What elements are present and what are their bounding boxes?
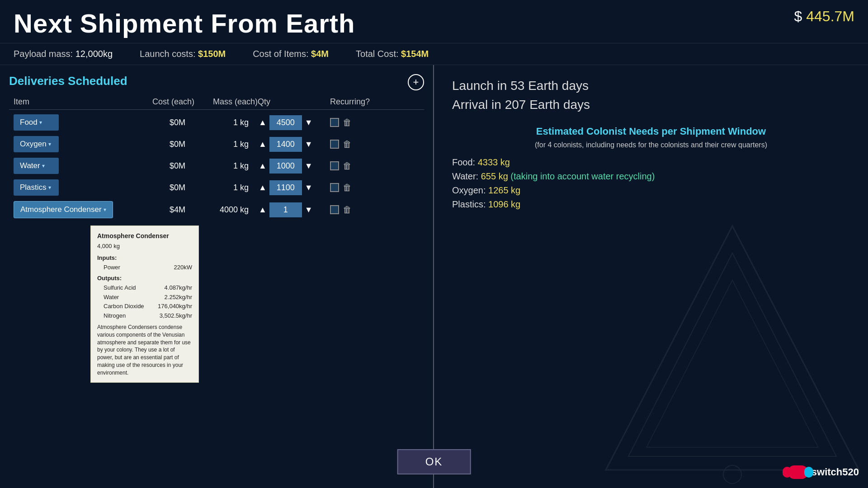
plastics-need-value: 1096 kg	[488, 199, 520, 209]
colonist-needs-section: Estimated Colonist Needs per Shipment Wi…	[452, 126, 850, 210]
dropdown-arrow-icon: ▾	[104, 206, 106, 213]
food-delete-button[interactable]: 🗑	[343, 117, 352, 128]
table-row: Oxygen ▾ $0M 1 kg 🗑	[9, 134, 424, 154]
plastics-recurring-cell: 🗑	[330, 183, 384, 193]
total-cost-value: $154M	[401, 49, 429, 59]
plastics-qty-down[interactable]	[304, 182, 314, 193]
svg-point-3	[723, 465, 741, 483]
launch-cost-value: $150M	[198, 49, 226, 59]
launch-cost-label: Launch costs:	[140, 49, 195, 59]
col-qty: Qty	[258, 97, 330, 107]
plastics-recurring-checkbox[interactable]	[330, 183, 339, 192]
tooltip-output-3: Nitrogen 3,502.5kg/hr	[97, 311, 192, 320]
main-title: Next Shipment From Earth	[14, 8, 355, 38]
table-row: Plastics ▾ $0M 1 kg 🗑	[9, 178, 424, 197]
oxygen-label: Oxygen	[20, 140, 47, 149]
deliveries-header: Deliveries Scheduled	[9, 74, 424, 88]
svg-marker-1	[628, 253, 836, 456]
plastics-qty-up[interactable]	[258, 182, 268, 193]
condenser-delete-button[interactable]: 🗑	[343, 205, 352, 215]
item-cell: Water ▾	[14, 158, 140, 174]
tooltip-title: Atmosphere Condenser	[97, 231, 192, 241]
water-delete-button[interactable]: 🗑	[343, 161, 352, 171]
condenser-qty-down[interactable]	[304, 204, 314, 216]
dropdown-arrow-icon: ▾	[48, 184, 51, 191]
food-recurring-checkbox[interactable]	[330, 118, 339, 127]
food-mass: 1 kg	[194, 118, 258, 127]
tooltip-power-value: 220kW	[174, 263, 192, 272]
tooltip-output-1-label: Water	[97, 293, 119, 302]
items-cost-value: $4M	[311, 49, 329, 59]
condenser-recurring-checkbox[interactable]	[330, 205, 339, 214]
oxygen-recurring-checkbox[interactable]	[330, 140, 339, 149]
item-cell: Food ▾	[14, 114, 140, 131]
water-mass: 1 kg	[194, 161, 258, 171]
tooltip-power-row: Power 220kW	[97, 263, 192, 272]
food-need-row: Food: 4333 kg	[452, 157, 850, 168]
total-cost-stat: Total Cost: $154M	[356, 49, 429, 59]
plastics-button[interactable]: Plastics ▾	[14, 179, 59, 196]
table-header: Item Cost (each) Mass (each) Qty Recurri…	[9, 94, 424, 110]
tooltip-output-3-value: 3,502.5kg/hr	[160, 311, 192, 320]
plastics-label: Plastics	[20, 183, 47, 192]
oxygen-delete-button[interactable]: 🗑	[343, 139, 352, 150]
items-cost-label: Cost of Items:	[253, 49, 308, 59]
oxygen-need-label: Oxygen:	[452, 185, 486, 195]
stats-bar: Payload mass: 12,000kg Launch costs: $15…	[0, 43, 868, 65]
atmosphere-condenser-tooltip: Atmosphere Condenser 4,000 kg Inputs: Po…	[90, 225, 199, 383]
oxygen-qty-down[interactable]	[304, 139, 314, 150]
tooltip-inputs-label: Inputs:	[97, 253, 192, 263]
dropdown-arrow-icon: ▾	[48, 141, 51, 147]
plastics-delete-button[interactable]: 🗑	[343, 183, 352, 193]
food-label: Food	[20, 118, 38, 127]
water-qty-input[interactable]	[269, 159, 302, 174]
item-cell: Atmosphere Condenser ▾	[14, 201, 140, 218]
oxygen-button[interactable]: Oxygen ▾	[14, 136, 59, 152]
water-need-row: Water: 655 kg (taking into account water…	[452, 171, 850, 182]
atmosphere-condenser-button[interactable]: Atmosphere Condenser ▾	[14, 201, 113, 218]
atmosphere-condenser-label: Atmosphere Condenser	[20, 205, 102, 214]
condenser-mass: 4000 kg	[194, 205, 258, 215]
col-mass: Mass (each)	[194, 97, 258, 107]
condenser-qty-up[interactable]	[258, 204, 268, 216]
plastics-qty-input[interactable]	[269, 180, 302, 195]
oxygen-qty-up[interactable]	[258, 139, 268, 150]
tooltip-output-2: Carbon Dioxide 176,040kg/hr	[97, 302, 192, 311]
add-item-button[interactable]: +	[408, 74, 424, 90]
items-cost-stat: Cost of Items: $4M	[253, 49, 329, 59]
colonist-needs-sub: (for 4 colonists, including needs for th…	[452, 141, 850, 149]
table-row: Food ▾ $0M 1 kg 🗑	[9, 113, 424, 132]
ok-button[interactable]: OK	[397, 449, 471, 474]
item-cell: Plastics ▾	[14, 179, 140, 196]
tooltip-output-0-label: Sulfuric Acid	[97, 283, 136, 292]
col-cost: Cost (each)	[140, 97, 194, 107]
dropdown-arrow-icon: ▾	[42, 163, 45, 169]
plastics-qty-controls	[258, 180, 330, 195]
tooltip-output-1-value: 2.252kg/hr	[165, 293, 192, 302]
table-row: Atmosphere Condenser ▾ $4M 4000 kg 🗑	[9, 199, 424, 220]
oxygen-qty-controls	[258, 137, 330, 152]
water-qty-up[interactable]	[258, 160, 268, 172]
food-qty-down[interactable]	[304, 117, 314, 128]
colonist-needs-title: Estimated Colonist Needs per Shipment Wi…	[452, 126, 850, 137]
tooltip-output-0: Sulfuric Acid 4.087kg/hr	[97, 283, 192, 292]
water-qty-down[interactable]	[304, 160, 314, 172]
svg-marker-0	[606, 226, 859, 470]
svg-marker-2	[646, 280, 818, 447]
tooltip-output-1: Water 2.252kg/hr	[97, 293, 192, 302]
food-recurring-cell: 🗑	[330, 117, 384, 128]
food-need-label: Food:	[452, 157, 475, 167]
food-need-value: 4333 kg	[478, 157, 510, 167]
food-qty-up[interactable]	[258, 117, 268, 128]
arrival-info: Arrival in 207 Earth days	[452, 98, 850, 112]
water-qty-controls	[258, 159, 330, 174]
water-recurring-checkbox[interactable]	[330, 161, 339, 170]
dropdown-arrow-icon: ▾	[39, 119, 42, 126]
money-icon: $	[794, 8, 807, 24]
food-button[interactable]: Food ▾	[14, 114, 59, 131]
food-qty-input[interactable]	[269, 115, 302, 130]
oxygen-qty-input[interactable]	[269, 137, 302, 152]
condenser-qty-input[interactable]	[269, 202, 302, 217]
plastics-cost: $0M	[140, 183, 194, 192]
water-button[interactable]: Water ▾	[14, 158, 59, 174]
